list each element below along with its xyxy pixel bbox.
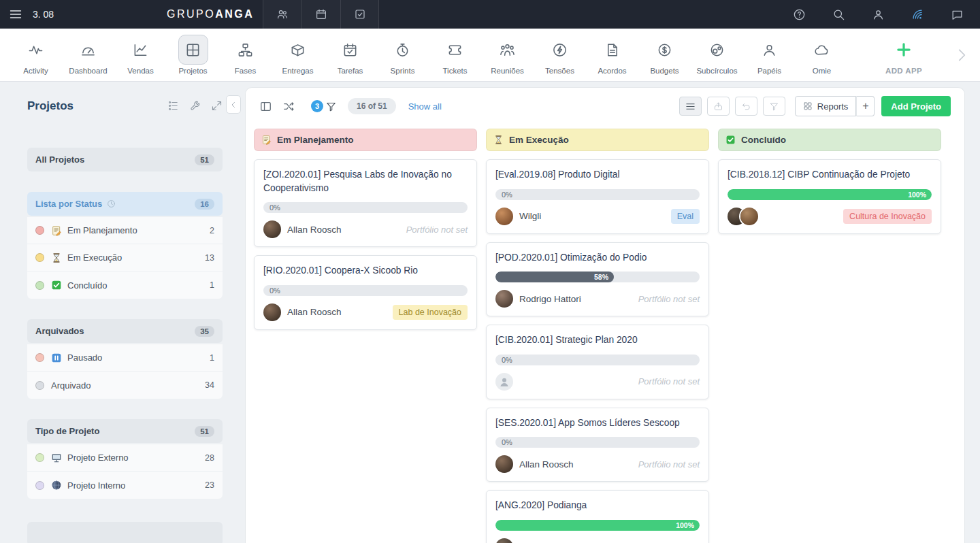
show-all-link[interactable]: Show all — [408, 101, 442, 112]
nav-item-omie[interactable]: Omie — [796, 35, 848, 75]
user-icon[interactable] — [872, 8, 885, 21]
row-count: 1 — [210, 280, 214, 290]
sidebar-section-lista-por-status: Lista por Status 16 Em Planejamento 2 Em… — [27, 192, 223, 299]
help-icon[interactable] — [793, 8, 806, 21]
project-tag[interactable]: Eval — [671, 209, 700, 224]
board-panel-icon[interactable] — [259, 100, 272, 113]
sidebar-section-arquivados: Arquivados 35 Pausado 1 Arquivado 34 — [27, 319, 223, 399]
deliveries-box-icon — [290, 42, 306, 58]
section-header-arquivados[interactable]: Arquivados 35 — [27, 319, 223, 343]
nav-item-tickets[interactable]: Tickets — [429, 35, 481, 75]
project-tag[interactable]: Lab de Inovação — [393, 305, 468, 320]
reports-button[interactable]: Reports — [795, 96, 857, 116]
shuffle-icon[interactable] — [282, 100, 295, 113]
project-title: [ZOI.2020.01] Pesquisa Labs de Inovação … — [263, 168, 468, 195]
nav-item-subcirculos[interactable]: Subcírculos — [691, 35, 743, 75]
nav-item-acordos[interactable]: Acordos — [586, 35, 638, 75]
hamburger-menu-icon[interactable] — [9, 7, 22, 21]
hourglass-icon — [51, 252, 62, 263]
add-projeto-button[interactable]: Add Projeto — [881, 96, 951, 116]
nav-item-reunioes[interactable]: Reuniões — [481, 35, 534, 75]
globe-icon — [51, 480, 62, 491]
portfolio-not-set: Portfólio not set — [638, 459, 700, 470]
nav-item-tarefas[interactable]: Tarefas — [324, 35, 376, 75]
project-card[interactable]: [ANG.2020] Podianga 100% Eduardo Portfól… — [486, 490, 709, 543]
export-button[interactable] — [707, 97, 730, 116]
sidebar-item-projeto-externo[interactable]: Projeto Externo 28 — [27, 444, 223, 472]
sidebar-item-arquivado[interactable]: Arquivado 34 — [27, 372, 223, 399]
add-app-button[interactable]: ADD APP — [877, 35, 931, 75]
section-header-tipo-de-projeto[interactable]: Tipo de Projeto 51 — [27, 419, 223, 443]
owner-name: Rodrigo Hattori — [519, 294, 581, 304]
roles-person-icon — [762, 42, 777, 58]
users-icon — [276, 8, 289, 20]
section-header-lista-por-status[interactable]: Lista por Status 16 — [27, 192, 223, 216]
progress-bar: 58% — [495, 272, 700, 282]
sidebar-item-pausado[interactable]: Pausado 1 — [27, 344, 223, 372]
row-count: 1 — [210, 353, 214, 363]
collapse-sidebar-button[interactable] — [226, 95, 241, 114]
sidebar-item-concluido[interactable]: Concluído 1 — [27, 272, 223, 299]
status-dot — [35, 253, 44, 262]
sidebar-item-all-projetos[interactable]: All Projetos 51 — [27, 148, 223, 171]
nav-item-budgets[interactable]: Budgets — [638, 35, 691, 75]
avatar-placeholder — [495, 373, 513, 391]
list-view-button[interactable] — [679, 97, 702, 116]
search-icon[interactable] — [832, 8, 845, 21]
sidebar-section-partial[interactable] — [27, 522, 223, 543]
stopwatch-icon — [395, 42, 410, 58]
users-shortcut-button[interactable] — [263, 0, 301, 29]
column-header: Concluído — [718, 129, 941, 151]
project-card[interactable]: [ZOI.2020.01] Pesquisa Labs de Inovação … — [254, 159, 477, 247]
project-tag[interactable]: Cultura de Inovação — [843, 209, 932, 224]
project-card[interactable]: [SES.2020.01] App Somos Líderes Sescoop … — [486, 408, 709, 482]
project-card[interactable]: [CIB.2018.12] CIBP Continuação de Projet… — [718, 159, 941, 234]
progress-bar: 0% — [263, 285, 468, 296]
undo-button[interactable] — [735, 97, 757, 116]
project-card[interactable]: [RIO.2020.01] Coopera-X Sicoob Rio 0% Al… — [254, 255, 477, 330]
person-icon — [498, 376, 510, 388]
filter-button[interactable] — [763, 97, 785, 116]
nav-item-papeis[interactable]: Papéis — [743, 35, 796, 75]
tasks-shortcut-button[interactable] — [340, 0, 379, 29]
status-dot — [35, 226, 44, 235]
screen-icon — [51, 452, 62, 463]
grid-icon — [803, 101, 813, 111]
avatar — [495, 455, 513, 473]
nav-item-vendas[interactable]: Vendas — [114, 35, 167, 75]
funnel-icon[interactable] — [325, 101, 337, 112]
calendar-shortcut-button[interactable] — [301, 0, 340, 29]
project-card[interactable]: [CIB.2020.01] Strategic Plan 2020 0% Por… — [486, 325, 709, 399]
owner-name: Allan Roosch — [519, 459, 574, 470]
nav-item-fases[interactable]: Fases — [219, 35, 272, 75]
nav-item-sprints[interactable]: Sprints — [376, 35, 429, 75]
nav-item-tensoes[interactable]: Tensões — [534, 35, 586, 75]
nav-item-entregas[interactable]: Entregas — [272, 35, 324, 75]
chevron-right-icon[interactable] — [953, 46, 970, 64]
progress-fill: 100% — [495, 520, 700, 531]
chat-icon[interactable] — [951, 8, 964, 21]
project-card[interactable]: [Eval.2019.08] Produto Digital 0% Wilgli… — [486, 159, 709, 234]
add-report-button[interactable]: + — [856, 96, 875, 116]
sidebar-item-projeto-interno[interactable]: Projeto Interno 23 — [27, 472, 223, 499]
hourglass-icon — [493, 135, 504, 145]
list-tree-icon[interactable] — [167, 100, 179, 112]
wrench-icon[interactable] — [189, 100, 201, 112]
nav-item-projetos[interactable]: Projetos — [167, 35, 219, 75]
signal-icon[interactable] — [911, 8, 924, 21]
progress-fill: 100% — [728, 189, 932, 200]
avatar — [495, 538, 513, 543]
brand-logo[interactable]: GRUPOANGA — [167, 0, 254, 29]
column-title: Em Planejamento — [277, 135, 354, 145]
memo-icon — [261, 135, 272, 145]
export-icon — [713, 101, 723, 112]
sidebar-item-em-planejamento[interactable]: Em Planejamento 2 — [27, 217, 223, 244]
project-card[interactable]: [POD.2020.01] Otimização do Podio 58% Ro… — [486, 242, 709, 317]
nav-item-dashboard[interactable]: Dashboard — [62, 35, 114, 75]
expand-icon[interactable] — [211, 100, 223, 112]
sidebar-item-em-execucao[interactable]: Em Execução 13 — [27, 244, 223, 272]
status-dot — [35, 281, 44, 290]
section-label: Arquivados — [35, 326, 84, 336]
app-nav: Activity Dashboard Vendas Projetos Fases… — [0, 29, 980, 82]
nav-item-activity[interactable]: Activity — [10, 35, 62, 75]
